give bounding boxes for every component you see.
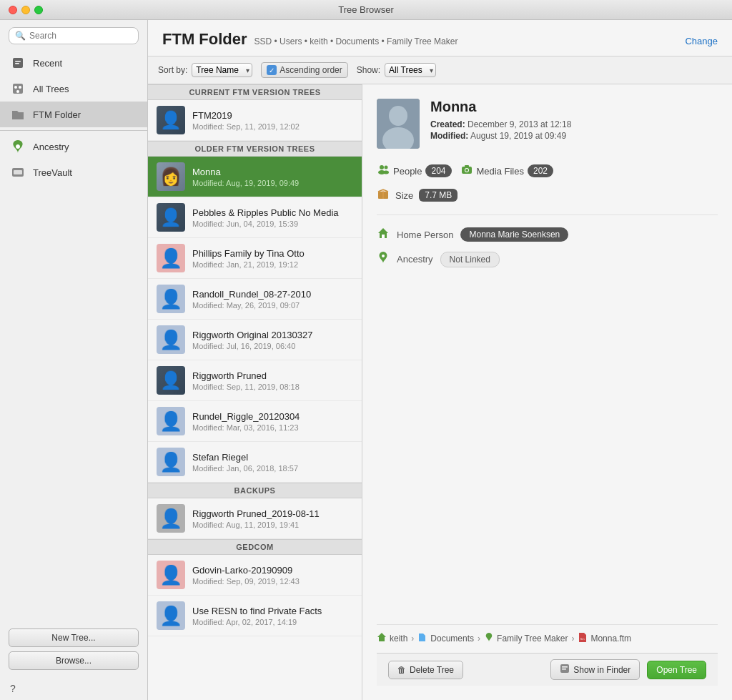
tree-item-name-phillips: Phillips Family by Tina Otto	[192, 248, 353, 259]
detail-modified: Modified: August 19, 2019 at 09:49	[430, 131, 718, 141]
maximize-button[interactable]	[34, 6, 43, 14]
show-in-finder-button[interactable]: Show in Finder	[550, 659, 640, 680]
split-pane: CURRENT FTM VERSION TREES 👤 FTM2019 Modi…	[148, 84, 732, 700]
tree-thumb-randoll: 👤	[157, 285, 185, 313]
sidebar-item-ancestry[interactable]: Ancestry	[0, 134, 147, 159]
tree-item-ftm2019[interactable]: 👤 FTM2019 Modified: Sep, 11, 2019, 12:02	[148, 100, 362, 141]
tree-item-stefan[interactable]: 👤 Stefan Riegel Modified: Jan, 06, 2018,…	[148, 442, 362, 483]
media-files-label: Media Files	[477, 166, 524, 177]
svg-rect-27	[562, 666, 568, 668]
search-box[interactable]: 🔍	[9, 27, 139, 44]
tree-item-modified-pebbles: Modified: Jun, 04, 2019, 15:39	[192, 220, 353, 228]
tree-item-monna[interactable]: 👩 Monna Modified: Aug, 19, 2019, 09:49	[148, 157, 362, 197]
close-button[interactable]	[9, 6, 17, 14]
breadcrumb-ftm-icon	[484, 632, 494, 644]
ancestry-value: Not Linked	[440, 252, 500, 267]
sidebar-item-label-ftm-folder: FTM Folder	[33, 109, 81, 120]
section-current: CURRENT FTM VERSION TREES	[148, 84, 362, 100]
created-value: December 9, 2013 at 12:18	[468, 119, 571, 129]
browse-button[interactable]: Browse...	[9, 651, 139, 670]
detail-pane: Monna Created: December 9, 2013 at 12:18…	[362, 84, 732, 700]
tree-item-riggworth-pruned[interactable]: 👤 Riggworth Pruned Modified: Sep, 11, 20…	[148, 360, 362, 401]
sort-by-select[interactable]: Tree Name	[192, 63, 252, 77]
sort-by-row: Sort by: Tree Name	[158, 63, 252, 77]
sidebar-item-treevault[interactable]: TreeVault	[0, 159, 147, 185]
tree-item-name-ftm2019: FTM2019	[192, 110, 353, 121]
folder-icon	[10, 107, 26, 122]
tree-thumb-riggworth-original: 👤	[157, 325, 185, 354]
tree-item-gdovin[interactable]: 👤 Gdovin-Larko-20190909 Modified: Sep, 0…	[148, 555, 362, 596]
tree-item-name-pebbles: Pebbles & Ripples Public No Media	[192, 207, 353, 218]
sidebar-item-recent[interactable]: Recent	[0, 50, 147, 76]
help-button[interactable]: ?	[0, 677, 147, 700]
folder-header: FTM Folder SSD • Users • keith • Documen…	[148, 20, 732, 56]
tree-item-info-gdovin: Gdovin-Larko-20190909 Modified: Sep, 09,…	[192, 565, 353, 586]
tree-item-info-randoll: Randoll_Rundel_08-27-2010 Modified: May,…	[192, 289, 353, 310]
ancestry-label: Ancestry	[397, 254, 433, 265]
tree-item-riggworth-backup[interactable]: 👤 Riggworth Pruned_2019-08-11 Modified: …	[148, 498, 362, 539]
treevault-icon	[10, 164, 26, 180]
home-icon	[377, 227, 390, 242]
sort-controls: Sort by: Tree Name ✓ Ascending order Sho…	[148, 56, 732, 84]
camera-icon	[460, 163, 473, 179]
tree-item-modified-riggworth-pruned: Modified: Sep, 11, 2019, 08:18	[192, 383, 353, 391]
tree-item-modified-stefan: Modified: Jan, 06, 2018, 18:57	[192, 464, 353, 473]
tree-item-info-pebbles: Pebbles & Ripples Public No Media Modifi…	[192, 207, 353, 228]
action-bar: 🗑 Delete Tree Show in Finder	[377, 653, 718, 686]
svg-rect-8	[14, 170, 22, 174]
detail-divider-1	[377, 215, 718, 215]
sort-by-select-wrapper: Tree Name	[192, 63, 252, 77]
breadcrumb-file-icon: ftm	[578, 632, 588, 644]
tree-thumb-riggworth-pruned: 👤	[157, 366, 185, 395]
detail-photo	[377, 99, 420, 149]
delete-tree-label: Delete Tree	[410, 665, 454, 675]
tree-thumb-use-resn: 👤	[157, 601, 185, 630]
tree-item-info-riggworth-backup: Riggworth Pruned_2019-08-11 Modified: Au…	[192, 508, 353, 529]
tree-item-pebbles[interactable]: 👤 Pebbles & Ripples Public No Media Modi…	[148, 197, 362, 238]
window-controls	[9, 6, 43, 14]
new-tree-button[interactable]: New Tree...	[9, 628, 139, 647]
tree-item-name-riggworth-original: Riggworth Original 20130327	[192, 330, 353, 340]
sidebar-item-all-trees[interactable]: All Trees	[0, 76, 147, 102]
search-input[interactable]	[29, 31, 132, 41]
titlebar: Tree Browser	[0, 0, 732, 20]
tree-item-modified-ftm2019: Modified: Sep, 11, 2019, 12:02	[192, 122, 353, 131]
show-row: Show: All Trees	[357, 63, 436, 77]
ascending-checkbox[interactable]: ✓ Ascending order	[261, 62, 347, 78]
media-files-count: 202	[528, 164, 553, 177]
sidebar-item-ftm-folder[interactable]: FTM Folder	[0, 102, 147, 127]
sort-by-label: Sort by:	[158, 65, 187, 75]
tree-item-randoll[interactable]: 👤 Randoll_Rundel_08-27-2010 Modified: Ma…	[148, 279, 362, 320]
svg-rect-23	[382, 235, 385, 238]
section-older: OLDER FTM VERSION TREES	[148, 141, 362, 157]
tree-item-modified-use-resn: Modified: Apr, 02, 2017, 14:19	[192, 618, 353, 626]
change-button[interactable]: Change	[685, 36, 718, 46]
folder-path: SSD • Users • keith • Documents • Family…	[253, 36, 460, 46]
tree-thumb-rundel: 👤	[157, 407, 185, 435]
tree-item-info-ftm2019: FTM2019 Modified: Sep, 11, 2019, 12:02	[192, 110, 353, 131]
folder-title: FTM Folder	[162, 30, 247, 49]
svg-point-24	[382, 255, 385, 257]
minimize-button[interactable]	[21, 6, 30, 14]
svg-point-4	[14, 86, 17, 89]
open-tree-button[interactable]: Open Tree	[647, 661, 706, 679]
recent-icon	[10, 55, 26, 71]
tree-item-rundel[interactable]: 👤 Rundel_Riggle_20120304 Modified: Mar, …	[148, 401, 362, 442]
show-select-wrapper: All Trees	[385, 63, 436, 77]
svg-point-15	[383, 171, 389, 174]
detail-name: Monna	[430, 99, 718, 115]
tree-thumb-monna: 👩	[157, 162, 185, 191]
tree-item-phillips[interactable]: 👤 Phillips Family by Tina Otto Modified:…	[148, 238, 362, 279]
breadcrumb-documents-icon	[417, 632, 427, 644]
bc-sep-2: ›	[478, 634, 480, 644]
bc-sep-1: ›	[411, 634, 414, 644]
sidebar-divider-1	[0, 130, 147, 131]
tree-item-riggworth-original[interactable]: 👤 Riggworth Original 20130327 Modified: …	[148, 320, 362, 360]
svg-text:ftm: ftm	[580, 637, 585, 641]
delete-tree-button[interactable]: 🗑 Delete Tree	[388, 661, 463, 679]
show-select[interactable]: All Trees	[385, 63, 436, 77]
svg-point-10	[389, 106, 407, 126]
sidebar-nav: Recent All Trees	[0, 50, 147, 621]
tree-item-use-resn[interactable]: 👤 Use RESN to find Private Facts Modifie…	[148, 596, 362, 636]
people-icon	[377, 163, 390, 179]
